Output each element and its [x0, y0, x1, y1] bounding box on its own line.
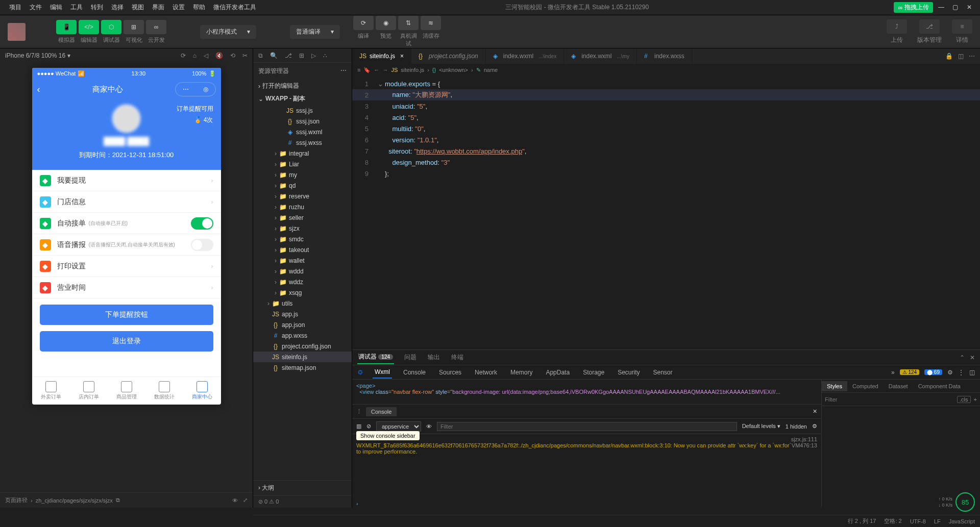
- compile-dropdown[interactable]: 普通编译: [290, 25, 340, 39]
- drawer-toggle-icon[interactable]: ⋮: [356, 408, 362, 415]
- clear-cache-button[interactable]: ≋: [421, 16, 441, 30]
- editor-tab[interactable]: ◈index.wxml...\my: [564, 48, 637, 64]
- tree-item[interactable]: #sssj.wxss: [253, 137, 352, 148]
- expand-icon[interactable]: ⤢: [243, 497, 248, 504]
- menu-设置[interactable]: 设置: [168, 3, 189, 12]
- more-icon[interactable]: ⋯: [969, 53, 975, 60]
- eye-icon[interactable]: 👁: [426, 423, 432, 430]
- context-select[interactable]: appservice: [376, 421, 421, 432]
- bottom-tab[interactable]: 输出: [427, 351, 441, 364]
- user-avatar[interactable]: [8, 23, 26, 41]
- more-icon[interactable]: ⋮: [958, 369, 964, 376]
- cls-button[interactable]: .cls: [957, 396, 971, 403]
- add-rule-icon[interactable]: +: [974, 396, 977, 403]
- eye-icon[interactable]: 👁: [232, 497, 238, 504]
- cloud-dev-button[interactable]: ∞: [146, 20, 166, 34]
- upload-badge[interactable]: ∞拖拽上传: [894, 2, 933, 13]
- style-filter[interactable]: [825, 396, 957, 403]
- copy-icon[interactable]: ⧉: [116, 497, 120, 504]
- tree-item[interactable]: ›📁integral: [253, 148, 352, 159]
- devtool-tab[interactable]: AppData: [544, 367, 572, 378]
- bottom-tab[interactable]: 调试器 124: [357, 350, 394, 364]
- big-button[interactable]: 退出登录: [40, 331, 213, 352]
- close-icon[interactable]: ✕: [967, 4, 975, 12]
- debug-icon[interactable]: ▷: [311, 52, 316, 59]
- nav-back-icon[interactable]: ←: [374, 67, 379, 73]
- capsule[interactable]: ⋯◎: [175, 82, 216, 96]
- tree-item[interactable]: JSsssj.js: [253, 105, 352, 116]
- wxml-tree[interactable]: <page> <view class="navbar flex-row" sty…: [352, 380, 821, 404]
- open-editors-section[interactable]: ›打开的编辑器: [253, 80, 352, 92]
- breadcrumb[interactable]: ≡ 🔖 ← → JSsiteinfo.js › {} <unknown> › ✎…: [352, 64, 980, 76]
- tree-item[interactable]: ›📁my: [253, 169, 352, 180]
- console-tab[interactable]: Console: [366, 407, 397, 416]
- editor-tab[interactable]: {}project.config.json: [411, 48, 486, 64]
- language[interactable]: JavaScript: [949, 518, 975, 524]
- compile-button[interactable]: ⟳: [353, 16, 374, 30]
- menu-row[interactable]: ◆门店信息›: [32, 191, 221, 213]
- tree-item[interactable]: {}sssj.json: [253, 116, 352, 127]
- tree-item[interactable]: {}app.json: [253, 319, 352, 330]
- toggle[interactable]: [191, 239, 213, 251]
- menu-微信开发者工具[interactable]: 微信开发者工具: [209, 3, 260, 12]
- search-icon[interactable]: 🔍: [270, 52, 278, 59]
- files-icon[interactable]: ⧉: [258, 52, 263, 59]
- editor-tab[interactable]: ◈index.wxml...\index: [486, 48, 564, 64]
- menu-转到[interactable]: 转到: [87, 3, 107, 12]
- indent[interactable]: 空格: 2: [884, 517, 901, 525]
- bookmark-icon[interactable]: 🔖: [363, 67, 371, 73]
- tree-item[interactable]: {}project.config.json: [253, 341, 352, 352]
- menu-row[interactable]: ◆我要提现›: [32, 170, 221, 191]
- minimize-icon[interactable]: —: [938, 4, 946, 12]
- tree-item[interactable]: ›📁ruzhu: [253, 202, 352, 212]
- lock-icon[interactable]: 🔒: [945, 53, 953, 60]
- devtool-tab[interactable]: Security: [616, 367, 642, 378]
- big-button[interactable]: 下单提醒按钮: [40, 305, 213, 325]
- tree-item[interactable]: ›📁reserve: [253, 191, 352, 202]
- menu-row[interactable]: ◆语音播报(语音播报已关闭,自动接单关闭后有效): [32, 234, 221, 256]
- merchant-avatar[interactable]: [112, 105, 140, 133]
- devtool-tab[interactable]: Network: [473, 367, 499, 378]
- close-icon[interactable]: ×: [400, 53, 404, 60]
- inspect-icon[interactable]: ⯐: [357, 369, 363, 376]
- eol[interactable]: LF: [934, 518, 941, 524]
- gear-icon[interactable]: ⚙: [947, 369, 953, 376]
- performance-overlay[interactable]: ↑ 0 K/s↓ 0 K/s 85: [938, 492, 975, 512]
- cursor-pos[interactable]: 行 2 , 列 17: [848, 517, 876, 525]
- details-button[interactable]: ≡详情: [952, 19, 972, 44]
- back-icon[interactable]: ◁: [204, 52, 208, 59]
- split-icon[interactable]: ◫: [958, 53, 964, 60]
- page-path[interactable]: zh_cjdianc/pages/sjzx/sjzx/sjzx: [36, 497, 113, 504]
- tree-item[interactable]: ›📁qd: [253, 180, 352, 191]
- menu-row[interactable]: ◆打印设置›: [32, 256, 221, 277]
- tree-item[interactable]: ›📁smdc: [253, 234, 352, 244]
- log-line[interactable]: sjzx.js:111: [356, 436, 817, 442]
- tab-item[interactable]: 数据统计: [145, 377, 183, 405]
- tree-item[interactable]: {}sitemap.json: [253, 362, 352, 373]
- tab-item[interactable]: 店内订单: [70, 377, 108, 405]
- devtool-tab[interactable]: Wxml: [373, 366, 392, 379]
- close-icon[interactable]: ✕: [813, 408, 817, 415]
- bottom-tab[interactable]: 终端: [450, 351, 464, 364]
- tab-item[interactable]: 外卖订单: [32, 377, 70, 405]
- console-prompt[interactable]: ›: [352, 499, 821, 508]
- menu-row[interactable]: ◆营业时间›: [32, 277, 221, 298]
- tree-item[interactable]: JSapp.js: [253, 309, 352, 319]
- devtool-tab[interactable]: Storage: [581, 367, 606, 378]
- tree-item[interactable]: ›📁sjzx: [253, 223, 352, 234]
- tree-item[interactable]: ›📁seller: [253, 212, 352, 223]
- style-tab[interactable]: Component Data: [913, 381, 966, 391]
- style-tab[interactable]: Styles: [822, 381, 847, 391]
- problems-status[interactable]: ⊘ 0 ⚠ 0: [258, 498, 279, 505]
- tab-item[interactable]: 商家中心: [183, 377, 221, 405]
- tree-item[interactable]: ›📁Liar: [253, 159, 352, 169]
- menu-帮助[interactable]: 帮助: [189, 3, 209, 12]
- remote-debug-button[interactable]: ⇅: [398, 16, 419, 30]
- editor-tab[interactable]: JSsiteinfo.js×: [352, 48, 411, 64]
- devtool-tab[interactable]: Sensor: [651, 367, 675, 378]
- tree-item[interactable]: ›📁wallet: [253, 255, 352, 266]
- tree-item[interactable]: ›📁wddz: [253, 277, 352, 287]
- menu-row[interactable]: ◆自动接单(自动接单已开启): [32, 213, 221, 234]
- menu-界面[interactable]: 界面: [148, 3, 168, 12]
- version-button[interactable]: ⎇版本管理: [917, 19, 942, 44]
